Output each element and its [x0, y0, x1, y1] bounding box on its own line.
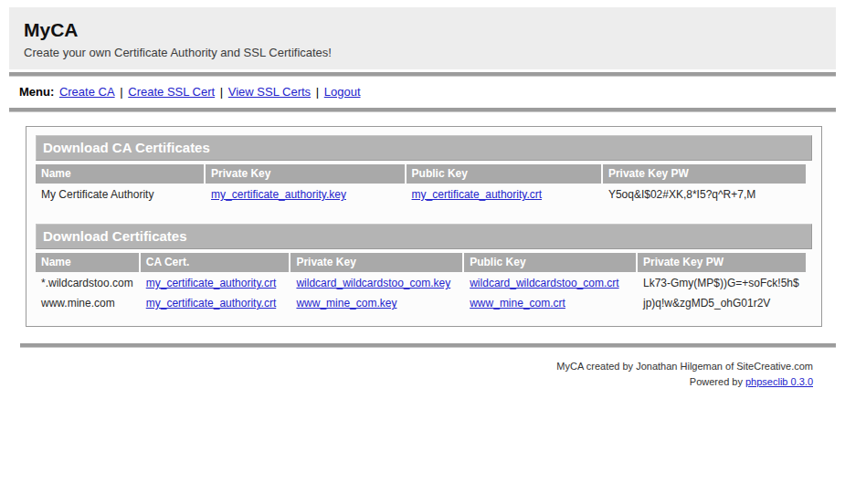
ca-public-key-link[interactable]: my_certificate_authority.crt [412, 188, 543, 201]
ca-private-key-pw: Y5oq&I$02#XK,8*I5?q^R+7,M [603, 184, 806, 204]
cert-ca-cert-link[interactable]: my_certificate_authority.crt [146, 277, 277, 289]
cert-public-key-link[interactable]: www_mine_com.crt [470, 297, 565, 310]
footer-credit: MyCA created by Jonathan Hilgeman of Sit… [9, 359, 813, 374]
divider-bar-footer [20, 343, 836, 348]
cert-private-key-link[interactable]: wildcard_wildcardstoo_com.key [296, 277, 450, 289]
menu-item-create-ssl-cert[interactable]: Create SSL Cert [128, 85, 215, 99]
table-header-row: Name Private Key Public Key Private Key … [36, 164, 806, 184]
menu-bar: Menu: Create CA | Create SSL Cert | View… [9, 77, 836, 108]
column-header-private-key-pw: Private Key PW [603, 164, 806, 184]
page: MyCA Create your own Certificate Authori… [0, 0, 845, 390]
menu-item-logout[interactable]: Logout [324, 85, 361, 99]
page-title: MyCA [24, 19, 821, 41]
cert-private-key-link[interactable]: www_mine_com.key [296, 297, 396, 310]
certs-section-title: Download Certificates [36, 224, 812, 249]
menu-item-view-ssl-certs[interactable]: View SSL Certs [228, 85, 311, 99]
cert-name: www.mine.com [36, 293, 139, 312]
column-header-ca-cert: CA Cert. [141, 253, 290, 272]
column-header-public-key: Public Key [464, 253, 636, 272]
phpseclib-link[interactable]: phpseclib 0.3.0 [745, 376, 813, 387]
app-header: MyCA Create your own Certificate Authori… [9, 7, 836, 69]
column-header-name: Name [36, 253, 139, 272]
footer: MyCA created by Jonathan Hilgeman of Sit… [9, 359, 836, 390]
column-header-private-key: Private Key [290, 253, 462, 272]
cert-ca-cert-link[interactable]: my_certificate_authority.crt [146, 297, 277, 310]
menu-separator: | [220, 85, 223, 99]
powered-by-text: Powered by [690, 376, 745, 387]
ca-certificates-table: Name Private Key Public Key Private Key … [34, 163, 808, 205]
cert-name: *.wildcardstoo.com [36, 273, 139, 292]
column-header-private-key: Private Key [206, 164, 405, 184]
table-row: www.mine.com my_certificate_authority.cr… [36, 293, 806, 312]
cert-public-key-link[interactable]: wildcard_wildcardstoo_com.crt [470, 277, 618, 289]
table-row: *.wildcardstoo.com my_certificate_author… [36, 273, 806, 292]
content-box: Download CA Certificates Name Private Ke… [26, 126, 822, 327]
divider-bar-menu-bottom [9, 108, 836, 112]
cert-private-key-pw: Lk73-Gmy(MP$))G=+soFck!5h$ [638, 273, 806, 292]
column-header-private-key-pw: Private Key PW [638, 253, 806, 272]
table-row: My Certificate Authority my_certificate_… [36, 184, 806, 204]
cert-private-key-pw: jp)q!w&zgMD5_ohG01r2V [638, 293, 806, 312]
footer-powered-by: Powered by phpseclib 0.3.0 [9, 374, 813, 390]
table-header-row: Name CA Cert. Private Key Public Key Pri… [36, 253, 806, 272]
certificates-section: Download Certificates Name CA Cert. Priv… [36, 224, 812, 313]
column-header-name: Name [36, 164, 204, 184]
column-header-public-key: Public Key [407, 164, 601, 184]
ca-section-title: Download CA Certificates [36, 135, 812, 161]
ca-private-key-link[interactable]: my_certificate_authority.key [211, 188, 346, 201]
certificates-table: Name CA Cert. Private Key Public Key Pri… [34, 252, 808, 313]
menu-separator: | [316, 85, 319, 99]
menu-label: Menu: [19, 85, 54, 99]
ca-certificates-section: Download CA Certificates Name Private Ke… [36, 135, 812, 205]
page-subtitle: Create your own Certificate Authority an… [24, 46, 821, 59]
ca-name: My Certificate Authority [36, 184, 204, 204]
menu-item-create-ca[interactable]: Create CA [59, 85, 115, 99]
menu-separator: | [120, 85, 122, 99]
